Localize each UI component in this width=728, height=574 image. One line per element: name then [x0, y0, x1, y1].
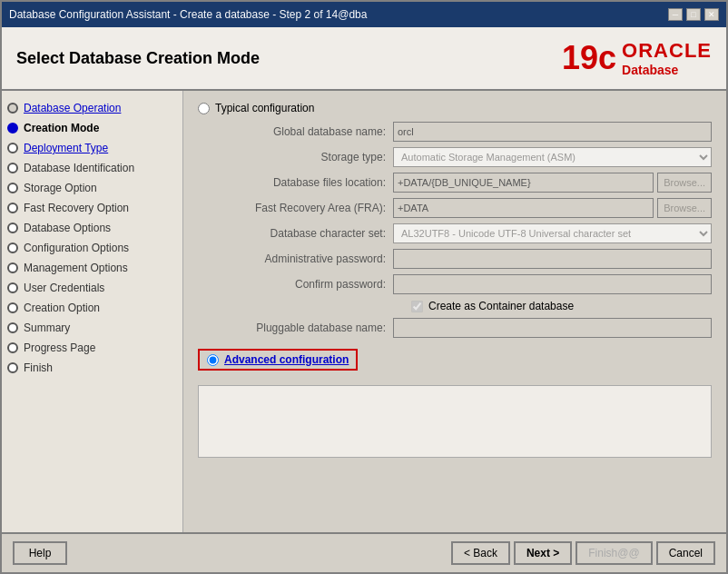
minimize-button[interactable]: ─ [668, 8, 683, 21]
sidebar-label-fast-recovery: Fast Recovery Option [24, 202, 129, 214]
oracle-brand: ORACLE [622, 39, 712, 63]
db-files-location-input[interactable] [393, 173, 654, 193]
titlebar-buttons: ─ □ ✕ [668, 8, 719, 21]
sidebar-item-database-identification: Database Identification [2, 158, 182, 178]
sidebar-label-database-options: Database Options [24, 222, 111, 234]
main-content: Database Operation Creation Mode Deploym… [2, 91, 726, 532]
sidebar-item-database-operation[interactable]: Database Operation [2, 98, 182, 118]
typical-config-label: Typical configuration [215, 102, 314, 114]
charset-select[interactable]: AL32UTF8 - Unicode UTF-8 Universal chara… [393, 223, 712, 243]
sidebar-dot-progress-page [7, 342, 18, 353]
footer-left: Help [13, 541, 67, 565]
sidebar-label-database-identification: Database Identification [24, 162, 134, 174]
oracle-version: 19c [562, 39, 616, 77]
sidebar-dot-deployment-type [7, 143, 18, 153]
sidebar-label-deployment-type: Deployment Type [24, 142, 108, 154]
typical-config-form: Global database name: Storage type: Auto… [216, 122, 712, 338]
sidebar-dot-database-identification [7, 163, 18, 173]
storage-type-row: Storage type: Automatic Storage Manageme… [216, 147, 712, 167]
admin-password-input[interactable] [393, 249, 712, 269]
sidebar-label-finish: Finish [24, 361, 53, 374]
fra-input[interactable] [393, 198, 654, 218]
cancel-button[interactable]: Cancel [656, 541, 715, 565]
advanced-config-radio-label[interactable]: Advanced configuration [207, 353, 349, 366]
advanced-config-section: Advanced configuration [198, 349, 358, 371]
pluggable-name-row: Pluggable database name: [216, 318, 712, 338]
pluggable-name-label: Pluggable database name: [216, 322, 393, 334]
sidebar-dot-summary [7, 322, 18, 333]
storage-type-select[interactable]: Automatic Storage Management (ASM) [393, 147, 712, 167]
sidebar-item-creation-mode[interactable]: Creation Mode [2, 118, 182, 138]
window-title: Database Configuration Assistant - Creat… [9, 8, 367, 21]
sidebar-item-finish: Finish [2, 358, 182, 378]
container-db-row: Create as Container database [411, 300, 712, 312]
sidebar: Database Operation Creation Mode Deploym… [2, 91, 183, 532]
sidebar-label-management-options: Management Options [24, 262, 128, 274]
confirm-password-input[interactable] [393, 274, 712, 294]
sidebar-label-database-operation: Database Operation [24, 102, 121, 114]
sidebar-label-storage-option: Storage Option [24, 182, 97, 194]
container-db-checkbox[interactable] [411, 301, 423, 312]
db-files-browse-button[interactable]: Browse... [657, 173, 712, 193]
fra-label: Fast Recovery Area (FRA): [216, 202, 393, 214]
oracle-logo: 19c ORACLE Database [562, 39, 712, 77]
fra-browse-button[interactable]: Browse... [657, 198, 712, 218]
sidebar-item-deployment-type[interactable]: Deployment Type [2, 138, 182, 158]
global-db-name-row: Global database name: [216, 122, 712, 142]
close-button[interactable]: ✕ [704, 8, 719, 21]
sidebar-label-creation-option: Creation Option [24, 302, 100, 314]
footer-right: < Back Next > Finish@@ Cancel [451, 541, 715, 565]
sidebar-dot-storage-option [7, 183, 18, 193]
sidebar-item-summary: Summary [2, 318, 182, 338]
typical-config-section: Typical configuration Global database na… [198, 102, 712, 338]
container-db-label: Create as Container database [428, 300, 574, 312]
db-files-location-row: Database files location: Browse... [216, 173, 712, 193]
sidebar-label-configuration-options: Configuration Options [24, 242, 129, 254]
header: Select Database Creation Mode 19c ORACLE… [2, 27, 726, 91]
content-area: Typical configuration Global database na… [183, 91, 726, 532]
next-button[interactable]: Next > [514, 541, 572, 565]
typical-config-radio[interactable] [198, 103, 210, 114]
sidebar-label-progress-page: Progress Page [24, 341, 95, 354]
footer: Help < Back Next > Finish@@ Cancel [2, 532, 726, 572]
oracle-text: ORACLE Database [622, 39, 712, 77]
sidebar-dot-creation-option [7, 302, 18, 313]
pluggable-name-input[interactable] [393, 318, 712, 338]
sidebar-item-configuration-options: Configuration Options [2, 238, 182, 258]
sidebar-label-summary: Summary [24, 322, 70, 334]
page-title: Select Database Creation Mode [16, 49, 260, 68]
admin-password-row: Administrative password: [216, 249, 712, 269]
help-button[interactable]: Help [13, 541, 67, 565]
description-box [198, 385, 712, 458]
global-db-name-input[interactable] [393, 122, 712, 142]
oracle-database: Database [622, 63, 678, 77]
sidebar-item-progress-page: Progress Page [2, 338, 182, 358]
admin-password-label: Administrative password: [216, 252, 393, 265]
sidebar-dot-database-operation [7, 103, 18, 114]
advanced-config-radio[interactable] [207, 354, 219, 366]
fra-row: Fast Recovery Area (FRA): Browse... [216, 198, 712, 218]
sidebar-item-storage-option: Storage Option [2, 178, 182, 198]
sidebar-item-fast-recovery: Fast Recovery Option [2, 198, 182, 218]
sidebar-dot-creation-mode [7, 123, 18, 134]
advanced-config-label: Advanced configuration [224, 353, 349, 366]
sidebar-item-creation-option: Creation Option [2, 298, 182, 318]
sidebar-dot-user-credentials [7, 282, 18, 293]
db-files-location-label: Database files location: [216, 176, 393, 189]
sidebar-label-user-credentials: User Credentials [24, 282, 104, 294]
sidebar-item-database-options: Database Options [2, 218, 182, 238]
typical-config-radio-label[interactable]: Typical configuration [198, 102, 712, 114]
confirm-password-label: Confirm password: [216, 278, 393, 291]
finish-button[interactable]: Finish@@ [576, 541, 652, 565]
sidebar-item-management-options: Management Options [2, 258, 182, 278]
titlebar: Database Configuration Assistant - Creat… [2, 2, 726, 27]
confirm-password-row: Confirm password: [216, 274, 712, 294]
sidebar-dot-management-options [7, 262, 18, 273]
sidebar-item-user-credentials: User Credentials [2, 278, 182, 298]
main-window: Database Configuration Assistant - Creat… [0, 0, 728, 574]
sidebar-dot-configuration-options [7, 242, 18, 253]
back-button[interactable]: < Back [451, 541, 510, 565]
global-db-name-label: Global database name: [216, 125, 393, 138]
sidebar-dot-fast-recovery [7, 203, 18, 213]
maximize-button[interactable]: □ [686, 8, 701, 21]
